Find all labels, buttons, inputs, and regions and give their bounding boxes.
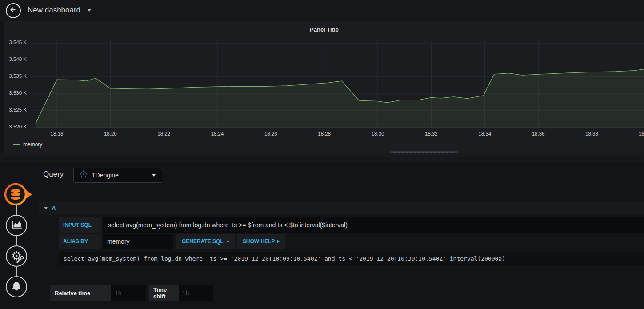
input-sql-field[interactable] [103,217,644,233]
show-help-button[interactable]: SHOW HELP [237,234,285,249]
y-tick-label: 3.525 K [4,107,27,112]
show-help-label: SHOW HELP [243,238,275,245]
x-tick-label: 18:28 [315,131,334,136]
options-divider [38,279,644,279]
x-tick-label: 18:22 [154,131,174,136]
x-tick-label: 18:30 [368,131,388,136]
y-tick-label: 3.535 K [4,73,27,79]
collapse-caret-icon[interactable] [44,207,48,209]
x-tick-label: 18:40 [636,131,644,136]
legend-label: memory [23,141,42,148]
panel-title[interactable]: Panel Title [4,26,644,33]
generated-sql-preview: select avg(mem_system) from log.dn where… [59,252,644,265]
relative-time-label: Relative time [50,285,111,301]
alias-by-field[interactable] [103,234,173,249]
dashboard-title: New dashboard [28,6,80,15]
alias-by-label: ALIAS BY [59,234,101,249]
generate-sql-label: GENERATE SQL [182,238,224,245]
top-navbar: New dashboard [0,0,644,21]
legend-item-memory[interactable]: memory [13,141,42,148]
relative-time-field[interactable] [111,285,146,301]
chevron-down-icon [226,241,230,243]
dashboard-title-caret-icon[interactable] [88,9,91,12]
series-area [36,69,644,128]
x-tick-label: 18:32 [421,131,441,136]
x-tick-label: 18:34 [475,131,495,136]
x-tick-label: 18:20 [100,131,120,136]
legend-color-swatch [13,144,20,145]
tab-queries[interactable] [4,182,33,209]
y-tick-label: 3.530 K [4,90,27,96]
x-tick-label: 18:24 [208,131,227,136]
tab-connector-line [16,201,17,287]
back-button[interactable] [6,3,21,18]
arrow-left-icon [9,6,17,16]
y-tick-label: 3.540 K [4,56,27,62]
gear-icon: ⚙ [11,250,22,262]
tab-alert[interactable] [6,276,27,297]
time-shift-field[interactable] [179,285,213,301]
input-sql-row: INPUT SQL [59,217,644,233]
alias-by-row: ALIAS BY GENERATE SQL SHOW HELP [59,234,285,249]
query-letter: A [52,205,56,212]
input-sql-label: INPUT SQL [59,217,101,233]
query-section-title: Query [43,170,64,179]
datasource-name: TDengine [92,172,119,179]
bell-icon [9,279,24,295]
graph-panel: Panel Title 3.545 K3.540 K3.535 K3.530 K… [4,21,644,153]
x-tick-label: 18:26 [261,131,280,136]
x-tick-label: 18:38 [582,131,601,136]
tab-general[interactable]: ⚙ [6,245,27,267]
datasource-picker[interactable]: TDengine [73,168,162,183]
time-shift-label: Time shift [149,285,179,301]
chart-plot[interactable] [30,41,644,129]
time-options-row: Relative time Time shift [50,285,213,301]
chevron-right-icon [277,240,280,243]
x-tick-label: 18:36 [528,131,548,136]
generate-sql-button[interactable]: GENERATE SQL [176,234,235,249]
database-icon [4,201,33,208]
query-row-header[interactable]: A [38,201,644,215]
panel-shadow [0,153,644,166]
y-tick-label: 3.520 K [4,124,27,129]
x-tick-label: 18:18 [47,131,67,136]
datasource-caret-icon [152,174,156,177]
tdengine-logo-icon [80,170,88,180]
y-tick-label: 3.545 K [4,40,27,45]
tab-visualization[interactable] [6,215,27,236]
chart-icon [9,217,24,234]
